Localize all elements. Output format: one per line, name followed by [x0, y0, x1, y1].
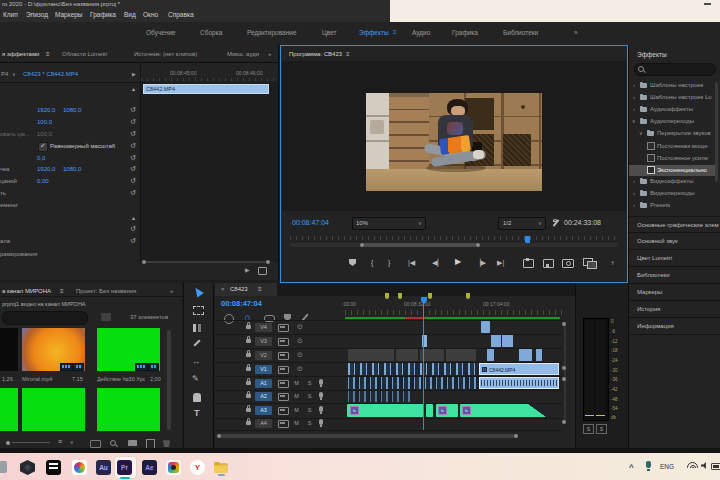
scrollbar-knob[interactable] — [266, 260, 270, 264]
sync-source-icon[interactable] — [278, 393, 289, 401]
go-to-out-icon[interactable]: ▶| — [497, 258, 504, 268]
taskbar-app-premiere[interactable]: Pr — [117, 460, 132, 475]
toggle-track-output-eye-icon[interactable]: ⊙ — [297, 337, 303, 344]
chevron-down-icon[interactable]: ∨ — [70, 439, 74, 445]
tree-collapsed-icon[interactable]: › — [633, 94, 635, 100]
view-mode-icon[interactable]: ≡ — [58, 438, 62, 445]
ripple-edit-tool[interactable] — [193, 324, 196, 332]
clip-sequence-cuts[interactable] — [348, 363, 478, 375]
clip[interactable] — [502, 335, 513, 347]
lock-icon[interactable] — [246, 325, 251, 329]
toggle-track-output-eye-icon[interactable]: ⊙ — [297, 351, 303, 358]
workspace-tab-libraries[interactable]: Библиотеки — [503, 29, 538, 37]
track-a4-badge[interactable]: A4 — [255, 419, 272, 428]
clip-offline[interactable] — [348, 349, 394, 361]
workspace-tab-menu-icon[interactable]: ≡ — [393, 29, 397, 35]
tray-language-indicator[interactable]: ENG — [660, 463, 674, 470]
play-button[interactable]: ▶ — [455, 257, 461, 266]
tree-item-presets-bin[interactable]: Шаблоны настроек — [650, 82, 703, 89]
music-clip[interactable] — [426, 404, 433, 417]
step-back-icon[interactable]: ◀▏ — [432, 258, 443, 268]
clip-offline[interactable] — [396, 349, 418, 361]
reset-icon[interactable]: ↺ — [130, 189, 136, 196]
track-v4-badge[interactable]: V4 — [255, 323, 272, 332]
tab-lumetri-scopes[interactable]: Области Lumetri — [62, 51, 107, 58]
clip-selector-title[interactable]: С8423 * C8442.MP4 — [23, 71, 78, 78]
tray-microphone-icon[interactable] — [646, 461, 651, 468]
clip-thumbnail-greenscreen[interactable] — [97, 388, 160, 431]
collapse-icon[interactable]: ▲ — [131, 86, 136, 92]
extract-icon[interactable] — [543, 259, 554, 268]
tree-collapsed-icon[interactable]: › — [633, 82, 635, 88]
tree-item-lumetri-presets[interactable]: Шаблоны настроек Lu — [650, 94, 712, 101]
bin-navigate-icon[interactable] — [101, 313, 111, 321]
ruler-ticks[interactable] — [345, 310, 562, 315]
position-value-x[interactable]: 1920,0 — [37, 107, 55, 114]
toggle-track-output-eye-icon[interactable]: ⊙ — [297, 365, 303, 372]
panel-button-info[interactable]: Информация — [628, 318, 720, 335]
audio-clip-selected[interactable] — [479, 377, 559, 389]
effects-scrollbar[interactable] — [715, 82, 718, 182]
program-scroll-thumb[interactable] — [362, 243, 478, 247]
tab-effect-controls-active[interactable]: я эффектами — [2, 51, 39, 58]
mute-button[interactable]: M — [292, 392, 301, 400]
export-frame-camera-icon[interactable] — [562, 259, 574, 268]
track-v1-badge[interactable]: V1 — [255, 365, 272, 374]
sequence-marker[interactable] — [398, 293, 402, 299]
tray-hidden-icons-caret[interactable]: ^ — [629, 463, 634, 472]
reset-icon[interactable]: ↺ — [130, 118, 136, 125]
track-select-tool[interactable] — [193, 306, 204, 315]
mark-in-icon[interactable]: { — [371, 258, 373, 268]
menu-help[interactable]: Справка — [168, 11, 194, 19]
panel-menu-icon[interactable]: ≡ — [346, 51, 350, 57]
reset-icon[interactable]: ↺ — [130, 130, 136, 137]
voiceover-mic-icon[interactable] — [319, 406, 323, 412]
workspace-tab-audio[interactable]: Аудио — [412, 29, 430, 37]
voiceover-mic-icon[interactable] — [319, 392, 323, 398]
panel-button-libraries[interactable]: Библиотеки — [628, 267, 720, 284]
panel-menu-icon[interactable]: ≡ — [60, 288, 64, 294]
scrollbar-knob[interactable] — [562, 377, 566, 381]
taskbar-app-yandex[interactable]: Y — [190, 460, 205, 475]
clip[interactable] — [536, 349, 542, 361]
chevron-down-icon[interactable]: ∨ — [12, 71, 16, 77]
menu-sequence[interactable]: Эпизод — [26, 11, 48, 19]
menu-view[interactable]: Вид — [124, 11, 136, 19]
track-a2-badge[interactable]: A2 — [255, 392, 272, 401]
clip-thumbnail-greenscreen[interactable] — [0, 388, 18, 431]
scrollbar-knob[interactable] — [217, 434, 221, 438]
go-to-in-icon[interactable]: |◀ — [408, 258, 415, 268]
ec-h-scrollbar[interactable] — [143, 261, 269, 263]
solo-button[interactable]: S — [305, 419, 314, 427]
reset-icon[interactable]: ↺ — [130, 154, 136, 161]
scale-value[interactable]: 100,0 — [37, 119, 52, 126]
taskbar-app-explorer-folder[interactable] — [214, 460, 229, 475]
toggle-track-output-eye-icon[interactable]: ⊙ — [297, 323, 303, 330]
lock-icon[interactable] — [246, 408, 251, 412]
timeline-tab-label[interactable]: С8423 — [230, 286, 248, 293]
sync-source-icon[interactable] — [278, 366, 289, 374]
clip-thumbnail-greenscreen[interactable] — [22, 388, 85, 431]
rotation-value[interactable]: 0,0 — [37, 155, 45, 162]
mute-button[interactable]: M — [292, 379, 301, 387]
menu-clip[interactable]: Клип — [3, 11, 18, 19]
panel-button-history[interactable]: История — [628, 301, 720, 318]
scrollbar-knob[interactable] — [562, 366, 566, 370]
lock-icon[interactable] — [246, 367, 251, 371]
show-timeline-icon[interactable]: ▶ — [132, 71, 136, 77]
clip-thumbnail[interactable] — [22, 328, 85, 371]
workspace-tab-effects-active[interactable]: Эффекты — [359, 29, 389, 37]
music-clip[interactable]: fx — [347, 404, 424, 417]
button-editor-plus-icon[interactable]: ＋ — [609, 258, 616, 268]
audio-clip-cuts[interactable] — [348, 391, 410, 402]
panel-button-markers[interactable]: Маркеры — [628, 284, 720, 301]
collapse-icon[interactable]: ▲ — [131, 215, 136, 221]
mute-button[interactable]: M — [292, 419, 301, 427]
sequence-marker[interactable] — [385, 293, 389, 299]
tree-item-constant-power[interactable]: Постоянная мощн — [657, 143, 708, 150]
mark-out-icon[interactable]: } — [388, 258, 390, 268]
scrollbar-knob[interactable] — [142, 260, 146, 264]
sync-source-icon[interactable] — [278, 407, 289, 415]
multicam-icon[interactable] — [583, 258, 593, 266]
tree-item-exponential-fade[interactable]: Экспоненциально — [657, 167, 707, 174]
